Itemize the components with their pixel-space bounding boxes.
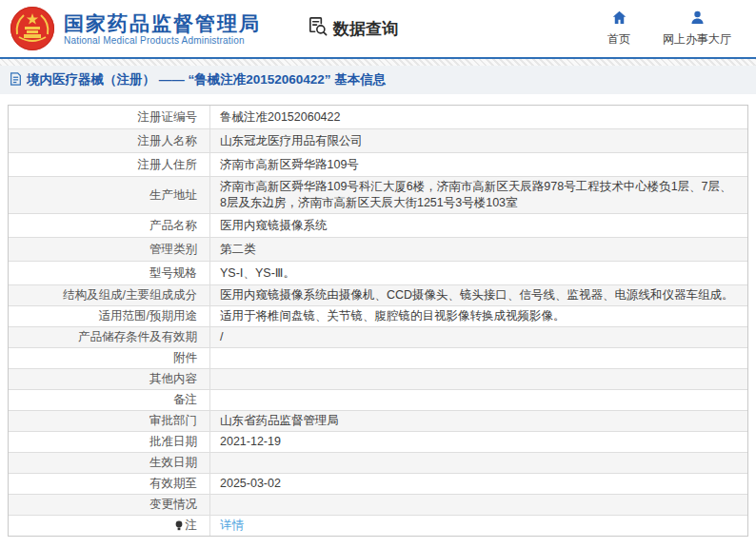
details-link[interactable]: 详情 xyxy=(220,518,244,534)
field-value xyxy=(210,390,747,410)
table-row: 附件 xyxy=(9,348,747,369)
field-value: 济南市高新区舜华路109号 xyxy=(210,153,747,176)
field-value: 山东冠龙医疗用品有限公司 xyxy=(210,129,747,152)
header-nav: 首页 网上办事大厅 xyxy=(607,10,746,48)
table-row: 注 详情 xyxy=(9,516,747,536)
table-row: 注册人住所 济南市高新区舜华路109号 xyxy=(9,153,747,177)
field-label: 结构及组成/主要组成成分 xyxy=(9,285,210,305)
field-label: 变更情况 xyxy=(9,495,210,515)
breadcrumb-text: 境内医疗器械（注册） —— “鲁械注准20152060422” 基本信息 xyxy=(27,71,386,88)
table-row: 审批部门 山东省药品监督管理局 xyxy=(9,411,747,432)
home-icon xyxy=(611,10,627,29)
field-value: YS-Ⅰ、YS-Ⅲ。 xyxy=(210,262,747,284)
field-value: 鲁械注准20152060422 xyxy=(210,106,747,128)
field-label: 产品储存条件及有效期 xyxy=(9,327,210,347)
agency-title-block: 国家药品监督管理局 National Medical Products Admi… xyxy=(64,11,261,46)
field-value: / xyxy=(210,327,747,347)
field-value: 2025-03-02 xyxy=(210,474,747,494)
info-table: 注册证编号 鲁械注准20152060422 注册人名称 山东冠龙医疗用品有限公司… xyxy=(8,105,748,537)
breadcrumb: 境内医疗器械（注册） —— “鲁械注准20152060422” 基本信息 xyxy=(0,66,756,94)
field-label: 管理类别 xyxy=(9,238,210,261)
table-row: 生效日期 xyxy=(9,453,747,474)
field-label: 生产地址 xyxy=(9,177,210,213)
agency-name-en: National Medical Products Administration xyxy=(64,35,261,46)
field-value: 2021-12-19 xyxy=(210,432,747,452)
table-row: 有效期至 2025-03-02 xyxy=(9,474,747,495)
field-value: 适用于将椎间盘镜、关节镜、腹腔镜的目视影像转换成视频影像。 xyxy=(210,306,747,326)
nav-item-label: 网上办事大厅 xyxy=(663,31,731,48)
field-label: 有效期至 xyxy=(9,474,210,494)
national-emblem-logo xyxy=(10,6,55,51)
field-value: 山东省药品监督管理局 xyxy=(210,411,747,431)
field-label: 附件 xyxy=(9,348,210,368)
field-label: 审批部门 xyxy=(9,411,210,431)
user-icon xyxy=(689,10,706,29)
field-label: 产品名称 xyxy=(9,214,210,237)
table-row: 产品名称 医用内窥镜摄像系统 xyxy=(9,214,747,238)
field-label: 注册人住所 xyxy=(9,153,210,176)
field-value: 医用内窥镜摄像系统由摄像机、CCD摄像头、镜头接口、信号线、监视器、电源线和仪器… xyxy=(210,285,747,305)
field-value: 济南市高新区舜华路109号科汇大厦6楼，济南市高新区天辰路978号工程技术中心楼… xyxy=(210,177,747,213)
field-label: 注册证编号 xyxy=(9,106,210,128)
nav-item-home[interactable]: 首页 xyxy=(607,10,630,48)
field-label: 生效日期 xyxy=(9,453,210,473)
table-row: 变更情况 xyxy=(9,495,747,516)
table-row: 适用范围/预期用途 适用于将椎间盘镜、关节镜、腹腔镜的目视影像转换成视频影像。 xyxy=(9,306,747,327)
agency-name-cn: 国家药品监督管理局 xyxy=(64,11,261,35)
table-row: 其他内容 xyxy=(9,369,747,390)
table-row: 生产地址 济南市高新区舜华路109号科汇大厦6楼，济南市高新区天辰路978号工程… xyxy=(9,177,747,214)
field-label: 注册人名称 xyxy=(9,129,210,152)
field-label: 备注 xyxy=(9,390,210,410)
data-query-section-title: 数据查询 xyxy=(307,15,398,42)
field-label: 批准日期 xyxy=(9,432,210,452)
field-label: 型号规格 xyxy=(9,262,210,284)
table-row: 备注 xyxy=(9,390,747,411)
field-label: 注 xyxy=(9,516,210,536)
field-value: 第二类 xyxy=(210,238,747,261)
table-row: 注册证编号 鲁械注准20152060422 xyxy=(9,106,747,129)
document-search-icon xyxy=(307,15,328,42)
field-value xyxy=(210,495,747,515)
bulb-icon xyxy=(175,520,183,531)
table-row: 管理类别 第二类 xyxy=(9,238,747,262)
nav-item-label: 首页 xyxy=(607,31,630,48)
field-value: 医用内窥镜摄像系统 xyxy=(210,214,747,237)
field-label: 适用范围/预期用途 xyxy=(9,306,210,326)
table-row: 结构及组成/主要组成成分 医用内窥镜摄像系统由摄像机、CCD摄像头、镜头接口、信… xyxy=(9,285,747,306)
field-value: 详情 xyxy=(210,516,747,536)
field-label: 其他内容 xyxy=(9,369,210,389)
table-row: 型号规格 YS-Ⅰ、YS-Ⅲ。 xyxy=(9,262,747,285)
nav-item-service-hall[interactable]: 网上办事大厅 xyxy=(663,10,731,48)
data-query-label: 数据查询 xyxy=(333,18,398,40)
field-value xyxy=(210,369,747,389)
table-row: 批准日期 2021-12-19 xyxy=(9,432,747,453)
decorative-stripe-band xyxy=(0,59,756,66)
field-value xyxy=(210,348,747,368)
field-value xyxy=(210,453,747,473)
site-header: 国家药品监督管理局 National Medical Products Admi… xyxy=(0,0,756,59)
document-icon xyxy=(10,72,22,88)
table-row: 注册人名称 山东冠龙医疗用品有限公司 xyxy=(9,129,747,153)
table-row: 产品储存条件及有效期 / xyxy=(9,327,747,348)
